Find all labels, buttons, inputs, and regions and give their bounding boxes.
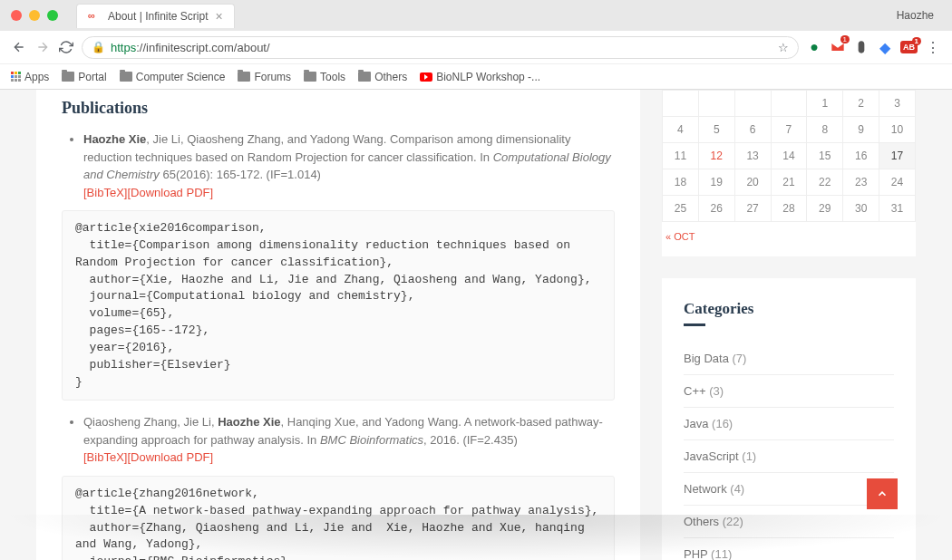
bookmark-folder[interactable]: Computer Science <box>120 71 226 83</box>
categories-list: Big Data (7)C++ (3)Java (16)JavaScript (… <box>684 343 894 560</box>
browser-tab[interactable]: ∞ About | Infinite Script × <box>76 4 235 28</box>
calendar-day[interactable]: 22 <box>807 169 843 196</box>
category-item[interactable]: Network (4) <box>684 473 894 506</box>
category-item[interactable]: Big Data (7) <box>684 343 894 375</box>
profile-name[interactable]: Haozhe <box>897 9 941 22</box>
lock-icon: 🔒 <box>92 41 105 53</box>
bookmarks-bar: Apps PortalComputer ScienceForumsToolsOt… <box>0 63 952 89</box>
calendar-day[interactable]: 5 <box>698 117 734 143</box>
extension-gmail-icon[interactable]: 1 <box>830 39 846 55</box>
calendar-day[interactable]: 8 <box>807 117 843 143</box>
maximize-window-button[interactable] <box>47 10 58 21</box>
folder-icon <box>238 72 250 82</box>
category-item[interactable]: JavaScript (1) <box>684 440 894 473</box>
apps-grid-icon <box>11 72 21 82</box>
categories-widget: Categories Big Data (7)C++ (3)Java (16)J… <box>662 278 916 560</box>
tab-close-button[interactable]: × <box>216 9 223 24</box>
reload-button[interactable] <box>58 39 74 55</box>
category-item[interactable]: C++ (3) <box>684 375 894 408</box>
category-name: C++ <box>684 384 706 398</box>
calendar-day[interactable]: 19 <box>698 169 734 196</box>
bookmark-label: Computer Science <box>136 71 226 83</box>
calendar-day[interactable]: 21 <box>771 169 807 196</box>
bookmark-bionlp[interactable]: BioNLP Workshop -... <box>420 71 540 83</box>
calendar-day[interactable]: 27 <box>734 196 771 222</box>
calendar-day[interactable]: 6 <box>734 117 771 143</box>
calendar-table: 1234567891011121314151617181920212223242… <box>662 90 916 222</box>
minimize-window-button[interactable] <box>29 10 40 21</box>
calendar-day[interactable]: 3 <box>879 91 916 117</box>
calendar-day[interactable]: 15 <box>807 143 843 169</box>
nav-bar: 🔒 https://infinitescript.com/about/ ☆ ● … <box>0 31 952 63</box>
folder-icon <box>358 72 371 82</box>
bookmark-star-icon[interactable]: ☆ <box>778 41 789 54</box>
extension-green-dot-icon[interactable]: ● <box>806 39 822 55</box>
category-name: Network <box>684 482 727 496</box>
category-name: PHP <box>684 547 708 560</box>
calendar-day[interactable]: 28 <box>771 196 807 222</box>
tab-title: About | Infinite Script <box>108 10 209 23</box>
calendar-day[interactable]: 20 <box>734 169 771 196</box>
calendar-day[interactable]: 16 <box>843 143 879 169</box>
window-titlebar: ∞ About | Infinite Script × Haozhe <box>0 0 952 31</box>
calendar-day[interactable]: 12 <box>698 143 734 169</box>
adblock-badge: 1 <box>912 37 921 45</box>
bookmark-label: Others <box>374 71 407 83</box>
forward-button[interactable] <box>34 39 51 55</box>
calendar-day[interactable]: 26 <box>698 196 734 222</box>
url-bar[interactable]: 🔒 https://infinitescript.com/about/ ☆ <box>82 36 799 59</box>
bookmark-folder[interactable]: Portal <box>62 71 106 83</box>
category-item[interactable]: PHP (11) <box>684 538 894 560</box>
calendar-day <box>771 91 807 117</box>
calendar-day[interactable]: 23 <box>843 169 879 196</box>
calendar-day[interactable]: 4 <box>663 117 699 143</box>
calendar-day[interactable]: 29 <box>807 196 843 222</box>
bookmark-folder[interactable]: Others <box>358 71 407 83</box>
calendar-day[interactable]: 1 <box>807 91 843 117</box>
calendar-day[interactable]: 14 <box>771 143 807 169</box>
category-item[interactable]: Others (22) <box>684 506 894 538</box>
bookmark-label: Portal <box>78 71 106 83</box>
extension-adblock-icon[interactable]: AB1 <box>900 41 918 53</box>
calendar-day <box>698 91 734 117</box>
category-name: JavaScript <box>684 449 739 463</box>
calendar-day[interactable]: 10 <box>879 117 916 143</box>
tab-favicon: ∞ <box>88 10 101 23</box>
folder-icon <box>304 72 316 82</box>
calendar-day[interactable]: 25 <box>663 196 699 222</box>
bibtex-link[interactable]: [BibTeX] <box>83 186 127 199</box>
category-count: (11) <box>708 547 733 560</box>
download-pdf-link[interactable]: [Download PDF] <box>127 186 213 199</box>
calendar-day[interactable]: 17 <box>879 143 916 169</box>
category-item[interactable]: Java (16) <box>684 408 894 440</box>
calendar-day[interactable]: 11 <box>663 143 699 169</box>
bookmark-folder[interactable]: Forums <box>238 71 291 83</box>
bookmark-folder[interactable]: Tools <box>304 71 345 83</box>
close-window-button[interactable] <box>11 10 22 21</box>
calendar-day[interactable]: 13 <box>734 143 771 169</box>
calendar-day[interactable]: 18 <box>663 169 699 196</box>
calendar-day[interactable]: 2 <box>843 91 879 117</box>
calendar-prev-link[interactable]: « OCT <box>662 222 916 242</box>
browser-menu-button[interactable]: ⋮ <box>925 39 941 55</box>
extension-diamond-icon[interactable]: ◆ <box>877 39 893 55</box>
publications-list: Haozhe Xie, Jie Li, Qiaosheng Zhang, and… <box>62 130 615 560</box>
calendar-day[interactable]: 24 <box>879 169 916 196</box>
apps-label: Apps <box>24 71 49 83</box>
publications-heading: Publications <box>62 99 615 118</box>
calendar-day <box>663 91 699 117</box>
category-count: (16) <box>708 417 733 430</box>
category-count: (7) <box>729 352 747 365</box>
category-name: Java <box>684 417 708 430</box>
scroll-to-top-button[interactable] <box>867 478 898 509</box>
back-button[interactable] <box>11 39 27 55</box>
apps-button[interactable]: Apps <box>11 71 49 83</box>
download-pdf-link[interactable]: [Download PDF] <box>127 450 213 464</box>
bibtex-link[interactable]: [BibTeX] <box>83 450 127 464</box>
bibtex-block: @article{zhang2016network, title={A netw… <box>62 476 615 560</box>
calendar-day[interactable]: 31 <box>879 196 916 222</box>
calendar-day[interactable]: 7 <box>771 117 807 143</box>
extension-evernote-icon[interactable] <box>853 39 869 55</box>
calendar-day[interactable]: 9 <box>843 117 879 143</box>
calendar-day[interactable]: 30 <box>843 196 879 222</box>
